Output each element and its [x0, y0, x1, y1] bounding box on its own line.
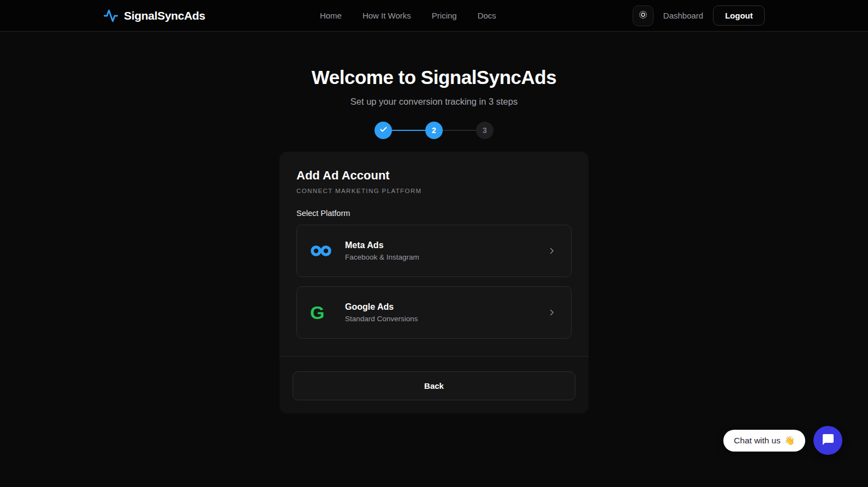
brand-logo[interactable]: SignalSyncAds	[103, 8, 205, 23]
platform-description: Standard Conversions	[345, 315, 418, 323]
step-2-current: 2	[425, 122, 443, 139]
chat-bubble-icon	[822, 433, 835, 448]
step-indicator: 2 3	[0, 122, 868, 139]
platform-description: Facebook & Instagram	[345, 253, 419, 261]
add-ad-account-card: Add Ad Account CONNECT MARKETING PLATFOR…	[280, 152, 588, 413]
brand-name: SignalSyncAds	[124, 9, 205, 22]
card-eyebrow: CONNECT MARKETING PLATFORM	[296, 188, 572, 194]
header-actions: Dashboard Logout	[633, 5, 765, 26]
back-button[interactable]: Back	[293, 371, 575, 400]
platform-name: Google Ads	[345, 302, 418, 312]
step-connector-active	[392, 130, 425, 131]
page-title: Welcome to SignalSyncAds	[0, 67, 868, 88]
nav-link-how-it-works[interactable]: How It Works	[362, 11, 411, 20]
select-platform-label: Select Platform	[296, 209, 572, 218]
chat-launcher-button[interactable]	[813, 426, 842, 455]
card-title: Add Ad Account	[296, 169, 572, 183]
nav-link-home[interactable]: Home	[320, 11, 342, 20]
waving-hand-emoji: 👋	[784, 436, 795, 446]
dashboard-link[interactable]: Dashboard	[663, 11, 703, 20]
top-nav-bar: SignalSyncAds Home How It Works Pricing …	[0, 0, 868, 32]
platform-text: Meta Ads Facebook & Instagram	[345, 241, 419, 261]
step-1-complete	[374, 122, 392, 139]
onboarding-page: Welcome to SignalSyncAds Set up your con…	[0, 67, 868, 413]
card-footer: Back	[280, 356, 588, 413]
step-3-upcoming: 3	[476, 122, 494, 139]
platform-name: Meta Ads	[345, 241, 419, 250]
chat-widget: Chat with us 👋	[723, 426, 842, 455]
chevron-right-icon	[547, 308, 557, 317]
logout-button[interactable]: Logout	[713, 5, 765, 26]
meta-infinity-icon	[310, 245, 333, 257]
chat-pill-label: Chat with us	[734, 436, 780, 446]
platform-option-meta-ads[interactable]: Meta Ads Facebook & Instagram	[296, 225, 572, 277]
chat-with-us-bubble[interactable]: Chat with us 👋	[723, 430, 805, 452]
page-subtitle: Set up your conversion tracking in 3 ste…	[0, 97, 868, 107]
check-icon	[379, 125, 388, 135]
google-g-icon: G	[310, 303, 333, 322]
activity-pulse-icon	[103, 8, 118, 23]
nav-link-pricing[interactable]: Pricing	[432, 11, 457, 20]
theme-toggle-button[interactable]	[633, 5, 653, 26]
platform-text: Google Ads Standard Conversions	[345, 302, 418, 323]
main-nav: Home How It Works Pricing Docs	[320, 11, 496, 20]
platform-option-google-ads[interactable]: G Google Ads Standard Conversions	[296, 286, 572, 339]
nav-link-docs[interactable]: Docs	[478, 11, 496, 20]
sun-icon	[638, 10, 648, 21]
chevron-right-icon	[547, 246, 557, 256]
step-connector-inactive	[443, 130, 476, 131]
